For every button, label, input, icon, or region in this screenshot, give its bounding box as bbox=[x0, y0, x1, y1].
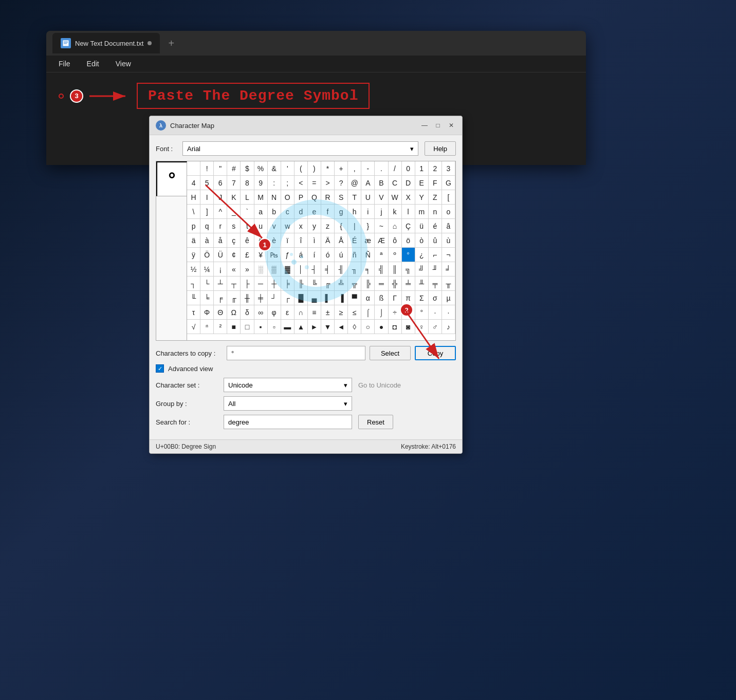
char-cell[interactable]: R bbox=[321, 190, 335, 205]
char-cell[interactable]: Ñ bbox=[361, 248, 375, 262]
advanced-view-checkbox[interactable]: ✓ bbox=[156, 364, 164, 373]
char-cell[interactable]: â bbox=[442, 219, 455, 233]
char-cell[interactable]: K bbox=[227, 190, 241, 205]
char-cell[interactable]: ╙ bbox=[187, 291, 200, 305]
char-cell[interactable]: B bbox=[375, 176, 388, 190]
char-cell[interactable]: ♀ bbox=[415, 320, 429, 334]
char-cell[interactable]: $ bbox=[241, 161, 254, 176]
char-cell[interactable]: O bbox=[281, 190, 295, 205]
char-cell[interactable]: X bbox=[402, 190, 415, 205]
char-cell[interactable]: ╝ bbox=[415, 262, 429, 277]
char-cell[interactable]: y bbox=[308, 219, 321, 233]
char-cell[interactable]: ▄ bbox=[308, 291, 321, 305]
char-cell[interactable]: ♂ bbox=[429, 320, 442, 334]
char-cell[interactable]: l bbox=[402, 205, 415, 219]
char-cell[interactable]: ┬ bbox=[227, 277, 241, 291]
char-cell[interactable]: ◊ bbox=[348, 320, 361, 334]
charset-select[interactable]: Unicode ▾ bbox=[224, 378, 352, 392]
reset-button[interactable]: Reset bbox=[358, 415, 393, 429]
char-cell[interactable]: ╜ bbox=[429, 262, 442, 277]
char-cell[interactable]: a bbox=[254, 205, 268, 219]
char-cell[interactable]: Z bbox=[429, 190, 442, 205]
char-cell[interactable]: « bbox=[227, 262, 241, 277]
char-cell[interactable]: ▲ bbox=[295, 320, 308, 334]
minimize-button[interactable]: — bbox=[420, 121, 429, 130]
char-cell[interactable]: h bbox=[348, 205, 361, 219]
help-button[interactable]: Help bbox=[425, 141, 456, 156]
char-cell[interactable]: ] bbox=[200, 205, 214, 219]
char-cell[interactable]: x bbox=[295, 219, 308, 233]
char-cell[interactable]: ┼ bbox=[268, 277, 281, 291]
char-cell[interactable]: î bbox=[295, 233, 308, 248]
char-cell[interactable]: ╩ bbox=[335, 277, 348, 291]
char-cell[interactable]: Ö bbox=[200, 248, 214, 262]
char-cell[interactable]: ▐ bbox=[335, 291, 348, 305]
char-cell[interactable]: à bbox=[200, 233, 214, 248]
char-cell[interactable]: ╡ bbox=[321, 262, 335, 277]
char-cell[interactable]: ├ bbox=[241, 277, 254, 291]
char-cell[interactable]: M bbox=[254, 190, 268, 205]
char-cell[interactable]: > bbox=[321, 176, 335, 190]
char-cell[interactable]: û bbox=[429, 233, 442, 248]
char-cell[interactable]: } bbox=[361, 219, 375, 233]
char-cell[interactable]: ╬ bbox=[389, 277, 402, 291]
char-cell[interactable]: ≥ bbox=[335, 305, 348, 320]
char-cell[interactable]: └ bbox=[200, 277, 214, 291]
char-cell[interactable]: I bbox=[200, 190, 214, 205]
char-cell[interactable]: Θ bbox=[214, 305, 227, 320]
char-cell[interactable]: ≡ bbox=[308, 305, 321, 320]
char-cell[interactable]: ƒ bbox=[281, 248, 295, 262]
char-cell[interactable]: ╛ bbox=[442, 262, 455, 277]
char-cell[interactable]: 3 bbox=[442, 161, 455, 176]
maximize-button[interactable]: □ bbox=[433, 121, 443, 130]
char-cell[interactable]: s bbox=[227, 219, 241, 233]
char-cell[interactable]: ⌡ bbox=[375, 305, 388, 320]
menu-view[interactable]: View bbox=[112, 58, 135, 70]
char-cell[interactable]: p bbox=[187, 219, 200, 233]
char-cell[interactable]: ; bbox=[281, 176, 295, 190]
char-cell[interactable]: J bbox=[214, 190, 227, 205]
char-cell[interactable]: w bbox=[281, 219, 295, 233]
char-cell[interactable]: ◄ bbox=[335, 320, 348, 334]
char-cell[interactable]: S bbox=[335, 190, 348, 205]
char-cell[interactable]: Φ bbox=[200, 305, 214, 320]
char-cell[interactable]: ▪ bbox=[254, 320, 268, 334]
char-cell[interactable]: □ bbox=[241, 320, 254, 334]
char-cell[interactable]: \ bbox=[187, 205, 200, 219]
char-cell[interactable]: ▀ bbox=[348, 291, 361, 305]
char-cell[interactable]: á bbox=[295, 248, 308, 262]
char-cell[interactable]: ! bbox=[200, 161, 214, 176]
char-cell[interactable]: ⌂ bbox=[389, 219, 402, 233]
char-cell[interactable]: ~ bbox=[375, 219, 388, 233]
char-cell-selected[interactable]: ° bbox=[402, 248, 415, 262]
char-cell[interactable]: ` bbox=[241, 205, 254, 219]
char-cell[interactable]: ╪ bbox=[254, 291, 268, 305]
char-cell[interactable]: ╨ bbox=[415, 277, 429, 291]
char-cell[interactable]: ) bbox=[308, 161, 321, 176]
char-cell[interactable]: ε bbox=[281, 305, 295, 320]
char-cell[interactable]: ╕ bbox=[361, 262, 375, 277]
char-cell[interactable]: ╟ bbox=[295, 277, 308, 291]
char-cell[interactable]: k bbox=[389, 205, 402, 219]
notepad-tab[interactable]: New Text Document.txt bbox=[52, 33, 160, 53]
char-cell[interactable]: τ bbox=[187, 305, 200, 320]
char-cell[interactable]: t bbox=[241, 219, 254, 233]
char-cell[interactable]: 6 bbox=[214, 176, 227, 190]
add-tab-button[interactable]: + bbox=[168, 38, 174, 49]
char-cell[interactable]: æ bbox=[361, 233, 375, 248]
char-cell[interactable]: σ bbox=[429, 291, 442, 305]
char-cell[interactable]: d bbox=[295, 205, 308, 219]
char-cell[interactable]: ╫ bbox=[241, 291, 254, 305]
char-cell[interactable]: ∙ bbox=[429, 305, 442, 320]
char-cell[interactable]: ▬ bbox=[281, 320, 295, 334]
char-cell[interactable]: " bbox=[214, 161, 227, 176]
char-cell[interactable]: ⁿ bbox=[200, 320, 214, 334]
char-cell[interactable]: ╘ bbox=[200, 291, 214, 305]
char-cell[interactable]: & bbox=[268, 161, 281, 176]
char-cell[interactable]: ^ bbox=[214, 205, 227, 219]
groupby-select[interactable]: All ▾ bbox=[224, 396, 352, 411]
char-cell[interactable]: = bbox=[308, 176, 321, 190]
char-cell[interactable]: 2 bbox=[429, 161, 442, 176]
char-cell[interactable]: V bbox=[375, 190, 388, 205]
char-cell[interactable]: ≤ bbox=[348, 305, 361, 320]
